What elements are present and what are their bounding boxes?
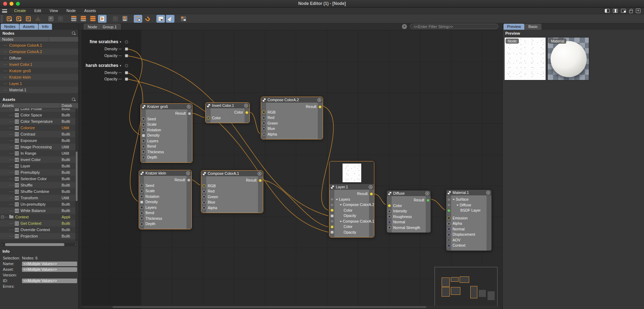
menu-edit[interactable]: Edit xyxy=(30,8,45,14)
toolbar-group-nodes-button[interactable] xyxy=(47,15,55,23)
group-port[interactable] xyxy=(125,47,128,51)
input-port-scale[interactable] xyxy=(140,189,143,193)
node-title-bar[interactable]: Kratzer kleinS xyxy=(139,170,191,176)
node-list-item-kratzer-gro[interactable]: Kratzer groß xyxy=(0,68,78,74)
graph-horizontal-scrollbar[interactable] xyxy=(81,306,500,308)
panel-left-icon[interactable] xyxy=(605,9,610,13)
input-port-aov[interactable] xyxy=(447,239,450,242)
node-title-bar[interactable]: Invert Color.1S xyxy=(206,103,249,108)
toolbar-remove-node-button[interactable] xyxy=(15,15,23,23)
asset-item-white-balance[interactable]: White BalanceBuilti xyxy=(0,207,78,214)
input-port-alpha[interactable] xyxy=(262,133,265,136)
menu-view[interactable]: View xyxy=(45,8,62,14)
tab-preview[interactable]: Preview xyxy=(504,24,524,30)
input-port-thickness[interactable] xyxy=(140,217,143,220)
input-port-color[interactable] xyxy=(330,225,334,228)
asset-item-color-space[interactable]: Color SpaceBuilti xyxy=(0,112,78,118)
input-port-green[interactable] xyxy=(262,122,265,125)
close-button[interactable] xyxy=(3,2,7,6)
asset-item-exposure[interactable]: ExposureBuilti xyxy=(0,137,78,144)
node-title-bar[interactable]: Compose ColorA.2S xyxy=(261,97,323,103)
expander-icon[interactable]: − xyxy=(1,216,4,218)
panel-right-icon[interactable] xyxy=(621,9,626,13)
group-input-fine-scratches[interactable]: fine scratches▼ xyxy=(79,39,122,45)
node-compose-colora-2[interactable]: Compose ColorA.2SResultRGBRedGreenBlueAl… xyxy=(261,97,323,139)
input-port-layers[interactable] xyxy=(330,198,334,201)
toolbar-navigator-button[interactable] xyxy=(156,15,165,23)
asset-item-shuffle-combine[interactable]: Shuffle CombineBuilti xyxy=(0,188,78,195)
output-port-result[interactable] xyxy=(259,179,262,182)
asset-item-layer[interactable]: LayerBuilti xyxy=(0,163,78,169)
node-list-item-material-1[interactable]: Material.1 xyxy=(0,87,78,93)
toolbar-add-node-button[interactable] xyxy=(5,15,13,23)
graph-canvas[interactable]: fine scratches▼DensityOpacityharsh scrat… xyxy=(79,30,502,309)
input-port-density[interactable] xyxy=(142,134,145,137)
group-input-harsh-scratches[interactable]: harsh scratches▼ xyxy=(79,63,122,68)
group-port[interactable] xyxy=(125,40,128,44)
material-preview-thumbnail[interactable]: Material xyxy=(547,37,589,80)
assets-horizontal-scrollbar[interactable]: ‹› xyxy=(1,243,77,246)
menu-node[interactable]: Node xyxy=(62,8,80,14)
asset-item-premultiply[interactable]: PremultiplyBuilti xyxy=(0,169,78,176)
collapse-triangle-icon[interactable]: ▼ xyxy=(119,41,122,43)
expander-triangle-icon[interactable] xyxy=(456,205,459,206)
solo-badge[interactable]: S xyxy=(258,172,261,176)
input-port-opacity[interactable] xyxy=(330,214,334,217)
node-list-item-kratzer-klein[interactable]: Kratzer klein xyxy=(0,74,78,80)
toolbar-snap-magnet-button[interactable] xyxy=(143,15,152,23)
asset-item-projection[interactable]: ProjectionBuilti xyxy=(0,233,78,239)
toolbar-view-collapsed-button[interactable] xyxy=(69,15,78,23)
output-port-color[interactable] xyxy=(245,111,248,114)
info-field-id[interactable]: <<Multiple Values>> xyxy=(22,279,77,283)
input-port-layers[interactable] xyxy=(140,206,143,209)
input-port-rotation[interactable] xyxy=(140,195,143,198)
solo-badge[interactable]: S xyxy=(486,191,490,195)
toolbar-wire-mode-button[interactable] xyxy=(179,15,188,23)
group-input-density[interactable]: Density xyxy=(79,46,122,52)
input-port-displacement[interactable] xyxy=(447,233,450,236)
solo-badge[interactable]: S xyxy=(244,104,248,108)
node-layer-1[interactable]: Layer.1SResultLayersCompose ColorA.2Colo… xyxy=(329,161,374,238)
input-port-blue[interactable] xyxy=(202,201,206,204)
input-port-surface[interactable] xyxy=(447,198,450,201)
solo-badge[interactable]: S xyxy=(186,171,190,175)
input-port-normal[interactable] xyxy=(388,221,391,224)
asset-item-context[interactable]: −ContextAppli xyxy=(0,214,78,220)
search-icon[interactable] xyxy=(71,31,76,35)
info-field-name[interactable]: <<Multiple Values>> xyxy=(22,262,77,266)
input-port-layers[interactable] xyxy=(142,139,145,143)
node-title-bar[interactable]: Compose ColorA.1S xyxy=(201,171,263,176)
group-port[interactable] xyxy=(125,78,128,81)
asset-item-transform[interactable]: TransformUtilit xyxy=(0,195,78,201)
node-invert-color-1[interactable]: Invert Color.1SColorColor xyxy=(205,102,250,123)
asset-item-colorize[interactable]: ColorizeUtilit xyxy=(0,125,78,131)
input-port-alpha[interactable] xyxy=(447,222,450,225)
input-port-seed[interactable] xyxy=(142,118,145,121)
node-material-1[interactable]: Material.1SSurfaceDiffuseBSDF LayerEmiss… xyxy=(446,189,492,251)
solo-badge[interactable]: S xyxy=(187,105,191,109)
solo-badge[interactable]: S xyxy=(317,98,321,102)
group-input-opacity[interactable]: Opacity xyxy=(79,76,122,82)
search-icon[interactable] xyxy=(71,97,76,102)
toolbar-auto-preview-button[interactable] xyxy=(98,15,107,23)
input-port-green[interactable] xyxy=(202,195,206,199)
lock-icon[interactable] xyxy=(629,10,633,13)
asset-item-override-context[interactable]: Override ContextBuilti xyxy=(0,227,78,233)
output-port-result[interactable] xyxy=(426,199,430,202)
clear-filter-icon[interactable]: × xyxy=(402,24,407,29)
input-port-depth[interactable] xyxy=(140,222,143,225)
zoom-button[interactable] xyxy=(16,2,20,6)
node-kratzer-gro[interactable]: Kratzer großSResultSeedScaleRotationDens… xyxy=(140,103,192,163)
toolbar-view-standard-button[interactable] xyxy=(79,15,87,23)
asset-item-get-context[interactable]: Get ContextBuilti xyxy=(0,220,78,227)
node-diffuse[interactable]: DiffuseSResultColorIntensityRoughnessNor… xyxy=(386,190,431,233)
menu-create[interactable]: Create xyxy=(10,8,30,14)
input-port-rgb[interactable] xyxy=(262,111,265,114)
toolbar-view-expanded-button[interactable] xyxy=(88,15,97,23)
minimize-button[interactable] xyxy=(10,2,13,6)
group-input-density[interactable]: Density xyxy=(79,70,122,75)
collapse-triangle-icon[interactable]: ▼ xyxy=(119,64,122,67)
input-port-rotation[interactable] xyxy=(142,128,145,132)
add-panel-icon[interactable]: + xyxy=(636,8,640,13)
menu-assets[interactable]: Assets xyxy=(80,8,100,14)
